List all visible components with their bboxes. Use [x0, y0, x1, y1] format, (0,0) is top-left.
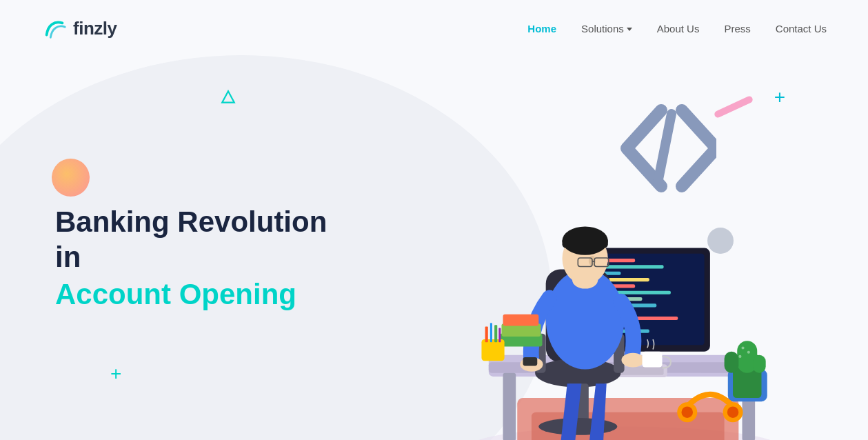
header: finzly Home Solutions About Us Press Con…	[0, 0, 868, 57]
svg-rect-59	[725, 352, 739, 373]
svg-point-66	[681, 406, 693, 418]
main-nav: Home Solutions About Us Press Contact Us	[527, 23, 827, 34]
hero-illustration	[316, 98, 868, 440]
svg-rect-50	[481, 339, 504, 361]
svg-rect-53	[494, 325, 497, 342]
svg-rect-49	[503, 314, 539, 326]
plus-decoration-top-right: +	[774, 86, 785, 108]
code-brackets-decoration	[599, 103, 716, 196]
logo-icon	[41, 15, 68, 41]
hero-title-line2: Account Opening	[55, 277, 345, 312]
svg-rect-37	[563, 237, 608, 248]
svg-rect-54	[498, 328, 501, 343]
nav-home[interactable]: Home	[527, 23, 556, 34]
nav-solutions[interactable]: Solutions	[581, 23, 632, 34]
hero-section: Banking Revolution in Account Opening	[0, 57, 868, 440]
solutions-chevron-icon	[627, 28, 632, 31]
svg-rect-60	[753, 355, 766, 373]
svg-rect-52	[490, 323, 492, 342]
svg-point-61	[741, 346, 744, 349]
svg-rect-55	[643, 352, 663, 368]
nav-contact[interactable]: Contact Us	[776, 23, 827, 34]
svg-rect-7	[503, 373, 516, 440]
svg-point-67	[727, 406, 739, 418]
plus-decoration-bottom: +	[110, 363, 121, 385]
svg-marker-0	[222, 91, 234, 103]
gray-circle-decoration	[707, 228, 734, 254]
svg-rect-44	[523, 357, 538, 366]
nav-about[interactable]: About Us	[657, 23, 700, 34]
svg-point-43	[621, 353, 644, 368]
circle-decoration	[52, 159, 90, 197]
svg-point-63	[738, 355, 741, 358]
svg-rect-51	[485, 326, 488, 342]
svg-line-1	[658, 114, 672, 183]
svg-point-32	[538, 418, 617, 435]
svg-point-62	[747, 351, 750, 354]
hero-text-block: Banking Revolution in Account Opening	[55, 205, 345, 312]
hero-title-line1: Banking Revolution in	[55, 205, 345, 274]
nav-press[interactable]: Press	[724, 23, 750, 34]
logo-text: finzly	[73, 18, 117, 39]
logo[interactable]: finzly	[41, 15, 117, 41]
triangle-decoration	[221, 90, 236, 108]
